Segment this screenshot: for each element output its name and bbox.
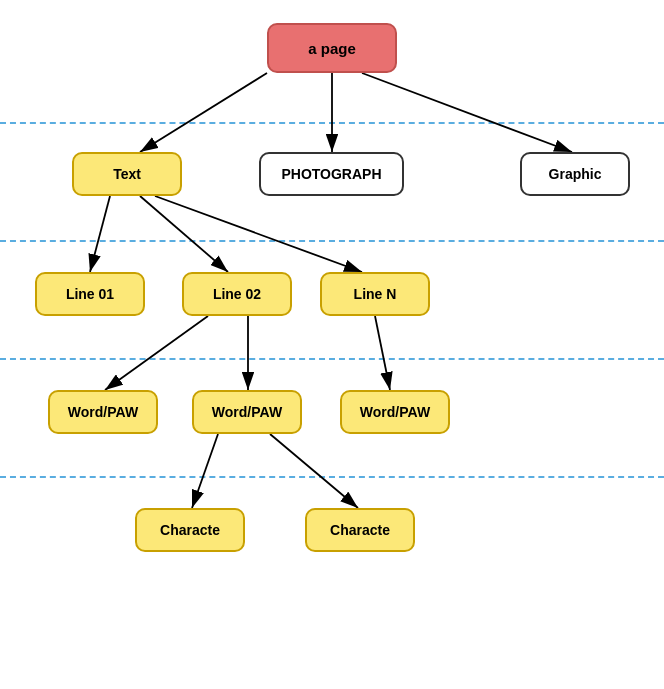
svg-line-9 — [375, 316, 390, 390]
word1-label: Word/PAW — [68, 404, 138, 420]
node-word2: Word/PAW — [192, 390, 302, 434]
dashed-line-4 — [0, 476, 664, 478]
node-char1: Characte — [135, 508, 245, 552]
photograph-label: PHOTOGRAPH — [281, 166, 381, 182]
word2-label: Word/PAW — [212, 404, 282, 420]
svg-line-6 — [155, 196, 362, 272]
dashed-line-3 — [0, 358, 664, 360]
node-text: Text — [72, 152, 182, 196]
node-root: a page — [267, 23, 397, 73]
node-word1: Word/PAW — [48, 390, 158, 434]
node-photograph: PHOTOGRAPH — [259, 152, 404, 196]
svg-line-7 — [105, 316, 208, 390]
svg-line-11 — [270, 434, 358, 508]
graphic-label: Graphic — [549, 166, 602, 182]
line01-label: Line 01 — [66, 286, 114, 302]
node-graphic: Graphic — [520, 152, 630, 196]
node-lineN: Line N — [320, 272, 430, 316]
root-label: a page — [308, 40, 356, 57]
text-label: Text — [113, 166, 141, 182]
svg-line-1 — [140, 73, 267, 152]
node-line01: Line 01 — [35, 272, 145, 316]
word3-label: Word/PAW — [360, 404, 430, 420]
line02-label: Line 02 — [213, 286, 261, 302]
svg-line-5 — [140, 196, 228, 272]
char2-label: Characte — [330, 522, 390, 538]
node-word3: Word/PAW — [340, 390, 450, 434]
lineN-label: Line N — [354, 286, 397, 302]
node-char2: Characte — [305, 508, 415, 552]
svg-line-4 — [90, 196, 110, 272]
node-line02: Line 02 — [182, 272, 292, 316]
arrows-svg — [0, 0, 664, 689]
svg-line-10 — [192, 434, 218, 508]
char1-label: Characte — [160, 522, 220, 538]
diagram-container: a page Text PHOTOGRAPH Graphic Line 01 L… — [0, 0, 664, 689]
dashed-line-1 — [0, 122, 664, 124]
dashed-line-2 — [0, 240, 664, 242]
svg-line-3 — [362, 73, 572, 152]
